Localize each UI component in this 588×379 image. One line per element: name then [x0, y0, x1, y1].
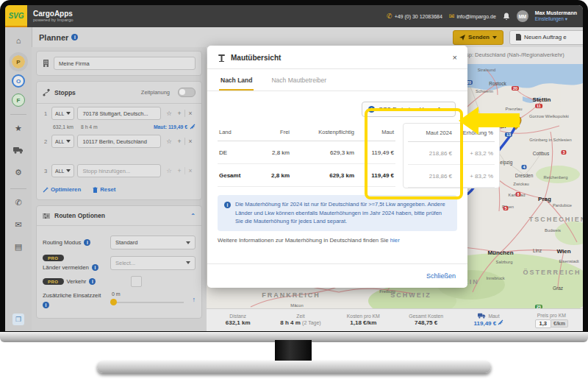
add-stop-icon[interactable]: +: [174, 110, 184, 117]
stop-row-2: 2 ALL 10117 Berlin, Deutschland ☆ + ×: [37, 132, 201, 151]
email-contact[interactable]: ✉ info@impargo.de: [449, 13, 496, 20]
phone-number: +49 (0) 30 12083684: [395, 14, 442, 19]
stop-address-input[interactable]: 70178 Stuttgart, Deutsch...: [77, 107, 161, 120]
road-badge: 3: [561, 150, 566, 155]
pro-badge: PRO: [43, 255, 64, 261]
optimize-button[interactable]: Optimieren: [43, 186, 81, 193]
toll-value-link[interactable]: 119,49 €: [457, 319, 520, 328]
map-label: Stralsund: [478, 68, 496, 72]
collapse-panel-icon[interactable]: ❐: [12, 314, 24, 325]
toll-overview-modal: Mautübersicht × Nach Land Nach Mautbetre…: [207, 46, 467, 288]
user-settings-link[interactable]: Einstellungen ▾: [535, 16, 577, 22]
traffic-info-icon[interactable]: [89, 278, 96, 285]
tab-by-operator[interactable]: Nach Mautbetreiber: [270, 69, 328, 91]
map-label: FRANKREICH: [262, 291, 320, 299]
routing-mode-select[interactable]: Standard: [110, 235, 196, 249]
favorite-star-icon[interactable]: ☆: [164, 110, 174, 117]
avoid-countries-select[interactable]: Select...: [110, 256, 196, 270]
extra-time-info-icon[interactable]: [43, 302, 49, 308]
favorites-star-icon[interactable]: ★: [9, 119, 28, 137]
settings-gear-icon[interactable]: ⚙: [9, 163, 28, 181]
toll-detail-icon: [498, 319, 503, 325]
user-avatar[interactable]: MM: [517, 10, 528, 22]
stop-mode-select[interactable]: ALL: [51, 135, 74, 148]
reset-button[interactable]: Reset: [93, 186, 115, 193]
phone-support-icon[interactable]: ✆: [9, 194, 28, 211]
stat-price-per-km: Preis pro KM 1,3€/km: [520, 312, 583, 327]
new-order-button[interactable]: Neuen Auftrag e: [509, 30, 583, 45]
segment-duration: 8 h 4 m: [81, 124, 98, 130]
stop-mode-select[interactable]: ALL: [51, 107, 74, 120]
map-label: TSCHECHIEN: [529, 216, 583, 223]
tab-by-country[interactable]: Nach Land: [219, 69, 254, 91]
billing-card-icon[interactable]: ▤: [9, 238, 28, 255]
toll-station-icon: [218, 54, 226, 62]
close-icon[interactable]: ×: [453, 54, 457, 62]
more-info-link[interactable]: hier: [390, 237, 400, 244]
extra-time-slider-knob[interactable]: [110, 299, 117, 305]
price-per-km-input[interactable]: 1,3: [535, 319, 551, 328]
messages-mail-icon[interactable]: ✉: [9, 216, 28, 233]
monitor-stand-base: [97, 361, 491, 373]
remove-stop-icon[interactable]: ×: [184, 138, 196, 145]
map-label: Gorzow Wielkopolski: [529, 114, 569, 118]
road-badge: 20: [512, 86, 519, 91]
stop-mode-select[interactable]: ALL: [51, 164, 74, 177]
map-label: Innsbruck: [486, 276, 504, 280]
page-title: Planner: [39, 33, 68, 42]
road-badge: 8: [515, 192, 520, 196]
map-label: ÖSTERREICH: [523, 269, 581, 276]
add-stop-input[interactable]: Stopp hinzufügen...: [77, 164, 161, 177]
nav-sidebar: ⌂ P O F ★ ⚙ ✆ ✉ ▤ ❐: [5, 27, 32, 331]
extra-time-label: Zusätzliche Einsatzzeit: [43, 292, 101, 299]
notifications-bell-icon[interactable]: [503, 13, 510, 21]
table-row-total: Gesamt 2,8 km 629,3 km 119,49 €: [218, 164, 395, 187]
collapse-chevron-icon[interactable]: ⌃: [190, 213, 196, 219]
table-row-total: 218,86 € + 83,2 %: [408, 165, 495, 188]
traffic-checkbox[interactable]: [131, 276, 142, 287]
send-button[interactable]: Senden: [453, 30, 503, 45]
scheduling-toggle[interactable]: [178, 88, 196, 97]
sidebar-item-planner[interactable]: P: [12, 55, 25, 68]
add-stop-icon[interactable]: +: [174, 138, 184, 145]
svg-logo[interactable]: SVG: [5, 5, 27, 27]
sidebar-item-fleet[interactable]: F: [12, 93, 25, 107]
app-name: CargoApps powered by Impargo: [33, 10, 74, 23]
map-label: Grünberg in Schlesien: [529, 138, 571, 142]
map-label: Stettin: [533, 96, 551, 103]
traffic-row: PRO Verkehr: [43, 276, 196, 287]
segment-toll-link[interactable]: Maut: 119,49 €: [154, 124, 196, 130]
road-badge: 13: [505, 132, 512, 137]
planner-panel: Meine Firma Stopps Zeitplanung 1 ALL 701…: [32, 47, 207, 331]
remove-stop-icon[interactable]: ×: [184, 167, 196, 174]
table-row: DE 2,8 km 629,3 km 119,49 €: [218, 141, 395, 164]
increase-arrow-icon[interactable]: ↑: [193, 296, 196, 303]
avoid-countries-info-icon[interactable]: [92, 264, 98, 271]
truck-icon[interactable]: [9, 141, 28, 159]
home-icon[interactable]: ⌂: [9, 32, 28, 49]
top-bar: SVG CargoApps powered by Impargo ✆ +49 (…: [5, 5, 583, 27]
sidebar-item-orders[interactable]: O: [12, 74, 25, 88]
user-menu[interactable]: Max Mustermann Einstellungen ▾: [535, 10, 577, 22]
map-label: Cottbus: [533, 151, 549, 156]
toll-increase-infobox: Die Mauterhöhung für 2024 ist nur für De…: [218, 195, 457, 231]
map-label: Linz: [533, 248, 542, 253]
favorite-star-icon[interactable]: ☆: [164, 138, 174, 145]
extra-time-slider-track[interactable]: [110, 302, 184, 303]
emission-class-dropdown[interactable]: CO2-Emissionsklasse 1: [362, 102, 456, 117]
extra-time-row: Zusätzliche Einsatzzeit 0 m ↑: [43, 292, 196, 308]
planner-info-icon[interactable]: [71, 34, 78, 40]
close-modal-button[interactable]: Schließen: [426, 272, 456, 280]
company-card: Meine Firma: [36, 51, 202, 76]
stop-address-input[interactable]: 10117 Berlin, Deutschland: [77, 135, 161, 148]
company-input[interactable]: Meine Firma: [54, 57, 196, 70]
favorite-star-icon[interactable]: ☆: [164, 167, 174, 174]
add-stop-icon[interactable]: +: [174, 167, 184, 174]
price-unit: €/km: [551, 319, 568, 327]
phone-contact[interactable]: ✆ +49 (0) 30 12083684: [387, 13, 442, 20]
route-options-card: Routen Optionen ⌃ Routing Modus Standard…: [36, 205, 202, 319]
remove-stop-icon[interactable]: ×: [184, 110, 196, 117]
map-label: Budweis: [545, 228, 561, 233]
scheduling-label: Zeitplanung: [141, 89, 170, 96]
routing-mode-info-icon[interactable]: [84, 239, 90, 246]
